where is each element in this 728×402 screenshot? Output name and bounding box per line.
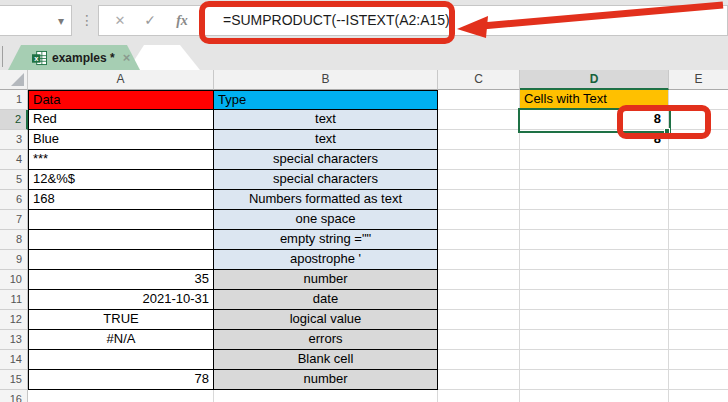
cancel-icon[interactable]: ✕	[109, 6, 131, 35]
cell-A1[interactable]: Data	[28, 90, 214, 110]
sheet-tab-examples[interactable]: x examples * ×	[8, 45, 140, 70]
column-header-D[interactable]: D	[520, 70, 669, 90]
cell-B[interactable]	[214, 390, 438, 402]
cell-D[interactable]	[520, 390, 669, 402]
cell-C[interactable]	[438, 390, 520, 402]
cell-A[interactable]: TRUE	[28, 310, 214, 330]
cell-D[interactable]	[520, 150, 669, 170]
cell-D[interactable]	[520, 290, 669, 310]
cell-A[interactable]	[28, 390, 214, 402]
cell-B[interactable]: one space	[214, 210, 438, 230]
row-header[interactable]: 10	[0, 270, 28, 290]
enter-icon[interactable]: ✓	[139, 6, 161, 35]
row-header[interactable]: 6	[0, 190, 28, 210]
cell-B[interactable]: date	[214, 290, 438, 310]
row-header[interactable]: 3	[0, 130, 28, 150]
cell-D[interactable]	[520, 170, 669, 190]
cell-B[interactable]: empty string =""	[214, 230, 438, 250]
cell-D[interactable]: 8	[520, 130, 669, 150]
row-header[interactable]: 2	[0, 110, 28, 130]
cell-D[interactable]	[520, 270, 669, 290]
cell-E[interactable]	[669, 350, 728, 370]
cell-C[interactable]	[438, 110, 520, 130]
cell-D1[interactable]: Cells with Text	[520, 90, 669, 110]
cell-C[interactable]	[438, 290, 520, 310]
blank-sheet-tab[interactable]	[128, 45, 200, 70]
select-all-button[interactable]	[0, 70, 28, 90]
cell-D[interactable]	[520, 230, 669, 250]
column-header-E[interactable]: E	[669, 70, 728, 90]
column-header-B[interactable]: B	[214, 70, 438, 90]
cell-E[interactable]	[669, 290, 728, 310]
cell-C[interactable]	[438, 150, 520, 170]
cell-E[interactable]	[669, 210, 728, 230]
row-header[interactable]: 13	[0, 330, 28, 350]
cell-A[interactable]: Red	[28, 110, 214, 130]
cell-C[interactable]	[438, 270, 520, 290]
cell-D[interactable]	[520, 190, 669, 210]
cell-B[interactable]: number	[214, 370, 438, 390]
cell-A[interactable]: 168	[28, 190, 214, 210]
row-header[interactable]: 14	[0, 350, 28, 370]
cell-C[interactable]	[438, 230, 520, 250]
cell-E[interactable]	[669, 390, 728, 402]
cell-E[interactable]	[669, 170, 728, 190]
cell-C[interactable]	[438, 210, 520, 230]
cell-D[interactable]	[520, 350, 669, 370]
cell-E[interactable]	[669, 230, 728, 250]
row-header[interactable]: 1	[0, 90, 28, 110]
cell-C[interactable]	[438, 170, 520, 190]
close-tab-icon[interactable]: ×	[123, 50, 131, 65]
row-header[interactable]: 12	[0, 310, 28, 330]
cell-D[interactable]	[520, 210, 669, 230]
row-header[interactable]: 5	[0, 170, 28, 190]
cell-A[interactable]	[28, 350, 214, 370]
row-header[interactable]: 4	[0, 150, 28, 170]
cell-E[interactable]	[669, 250, 728, 270]
cell-A[interactable]	[28, 210, 214, 230]
cell-A[interactable]: 78	[28, 370, 214, 390]
cell-C[interactable]	[438, 350, 520, 370]
cell-B[interactable]: apostrophe '	[214, 250, 438, 270]
cell-E[interactable]	[669, 110, 728, 130]
cell-B[interactable]: Blank cell	[214, 350, 438, 370]
cell-A[interactable]: 12&%$	[28, 170, 214, 190]
cell-C1[interactable]	[438, 90, 520, 110]
row-header[interactable]: 16	[0, 390, 28, 402]
cell-D[interactable]: 8	[520, 110, 669, 130]
row-header[interactable]: 8	[0, 230, 28, 250]
cell-A[interactable]: Blue	[28, 130, 214, 150]
column-header-C[interactable]: C	[438, 70, 520, 90]
cell-E[interactable]	[669, 370, 728, 390]
cell-A[interactable]	[28, 230, 214, 250]
cell-B[interactable]: text	[214, 110, 438, 130]
cell-D[interactable]	[520, 370, 669, 390]
cell-A[interactable]	[28, 250, 214, 270]
cell-E[interactable]	[669, 150, 728, 170]
cell-D[interactable]	[520, 310, 669, 330]
cell-E[interactable]	[669, 190, 728, 210]
cell-D[interactable]	[520, 330, 669, 350]
cell-D[interactable]	[520, 250, 669, 270]
cell-C[interactable]	[438, 310, 520, 330]
cell-C[interactable]	[438, 330, 520, 350]
row-header[interactable]: 15	[0, 370, 28, 390]
cell-E[interactable]	[669, 330, 728, 350]
cell-A[interactable]: 2021-10-31	[28, 290, 214, 310]
cell-B1[interactable]: Type	[214, 90, 438, 110]
cell-B[interactable]: text	[214, 130, 438, 150]
cell-A[interactable]: 35	[28, 270, 214, 290]
row-header[interactable]: 7	[0, 210, 28, 230]
name-box-dropdown-icon[interactable]: ▾	[58, 13, 64, 29]
cell-B[interactable]: logical value	[214, 310, 438, 330]
cell-C[interactable]	[438, 190, 520, 210]
cell-E[interactable]	[669, 270, 728, 290]
cell-B[interactable]: number	[214, 270, 438, 290]
cell-E[interactable]	[669, 130, 728, 150]
cell-B[interactable]: special characters	[214, 170, 438, 190]
row-header[interactable]: 9	[0, 250, 28, 270]
cell-C[interactable]	[438, 130, 520, 150]
cell-B[interactable]: Numbers formatted as text	[214, 190, 438, 210]
formula-input[interactable]: ✕ ✓ fx =SUMPRODUCT(--ISTEXT(A2:A15))	[98, 5, 728, 36]
cell-A[interactable]: ***	[28, 150, 214, 170]
